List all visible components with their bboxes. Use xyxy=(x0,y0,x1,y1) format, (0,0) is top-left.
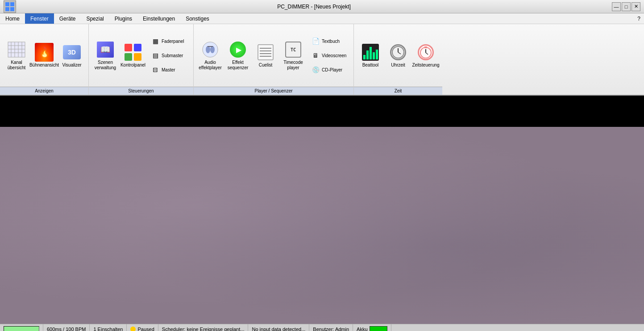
btn-visualizer[interactable]: 3D Visualizer xyxy=(58,31,86,80)
timecode-label: Timecodeplayer xyxy=(283,60,303,71)
svg-rect-12 xyxy=(125,44,132,51)
submaster-label: Submaster xyxy=(162,53,183,58)
group-zeit: Beattool Uhrzeit xyxy=(354,24,442,95)
textbuch-icon: 📄 xyxy=(311,37,320,46)
btn-kanal[interactable]: Kanalübersicht xyxy=(3,31,30,80)
fader-col: ▦ Faderpanel ▤ Submaster ⊟ Master xyxy=(147,32,191,79)
svg-rect-19 xyxy=(208,46,213,47)
btn-textbuch[interactable]: 📄 Textbuch xyxy=(309,34,349,48)
svg-rect-4 xyxy=(8,42,25,57)
btn-timecode[interactable]: TC Timecodeplayer xyxy=(279,31,307,80)
status-scheduler: Scheduler: keine Ereignisse geplant... xyxy=(158,324,249,331)
beattool-label: Beattool xyxy=(362,63,379,68)
statusbar: 600ms / 100 BPM 1 Einschalten Paused Sch… xyxy=(0,324,644,331)
textbuch-label: Textbuch xyxy=(322,39,340,44)
group-player: Audioeffektplayer ▶ Effektsequenzer xyxy=(194,24,354,95)
uhrzeit-icon xyxy=(389,43,407,62)
svg-rect-29 xyxy=(424,46,427,48)
svg-rect-20 xyxy=(258,45,273,60)
btn-cdplayer[interactable]: 💿 CD-Player xyxy=(309,63,349,76)
cdplayer-label: CD-Player xyxy=(322,67,342,72)
group-zeit-label: Zeit xyxy=(354,87,442,95)
cdplayer-icon: 💿 xyxy=(311,65,320,74)
menu-plugins[interactable]: Plugins xyxy=(109,13,137,24)
menu-home[interactable]: Home xyxy=(0,13,25,24)
group-player-label: Player / Sequenzer xyxy=(194,87,353,95)
zeitsteuerung-icon xyxy=(416,43,435,62)
menu-fenster[interactable]: Fenster xyxy=(25,13,54,24)
app-logo xyxy=(4,0,16,13)
btn-uhrzeit[interactable]: Uhrzeit xyxy=(384,31,412,80)
effekt-icon: ▶ xyxy=(229,40,247,59)
maximize-button[interactable]: □ xyxy=(622,2,631,11)
faderpanel-label: Faderpanel xyxy=(162,39,184,44)
status-bpm: 600ms / 100 BPM xyxy=(43,324,90,331)
svg-point-17 xyxy=(206,46,210,53)
svg-rect-13 xyxy=(134,44,141,51)
help-button[interactable]: ? xyxy=(634,13,644,24)
group-steuerungen: 📖 Szenenverwaltung Kontrolpanel xyxy=(89,24,194,95)
timecode-icon: TC xyxy=(284,40,303,59)
status-akku: Akku xyxy=(353,324,391,331)
cuelist-icon xyxy=(256,43,275,62)
progress-bar xyxy=(4,326,39,331)
close-button[interactable]: ✕ xyxy=(632,2,640,11)
btn-zeitsteuerung[interactable]: Zeitsteuerung xyxy=(412,31,440,80)
workspace xyxy=(0,127,644,324)
media-col: 📄 Textbuch 🖥 Videoscreen 💿 CD-Player xyxy=(307,32,351,79)
group-anzeigen: Kanalübersicht 🔥 Bühnenansicht 3D Visual… xyxy=(0,24,89,95)
battery-indicator xyxy=(370,326,387,331)
titlebar: PC_DIMMER - [Neues Projekt] — □ ✕ xyxy=(0,0,644,13)
visualizer-icon: 3D xyxy=(62,43,81,62)
beattool-icon xyxy=(361,43,380,62)
zeitsteuerung-label: Zeitsteuerung xyxy=(412,63,439,68)
svg-rect-3 xyxy=(10,7,14,11)
submaster-icon: ▤ xyxy=(151,51,160,60)
menu-spezial[interactable]: Spezial xyxy=(81,13,109,24)
buehne-icon: 🔥 xyxy=(35,43,54,62)
audio-label: Audioeffektplayer xyxy=(199,60,222,71)
btn-faderpanel[interactable]: ▦ Faderpanel xyxy=(149,34,189,48)
effekt-label: Effektsequenzer xyxy=(228,60,249,71)
svg-point-18 xyxy=(210,46,215,53)
btn-buehne[interactable]: 🔥 Bühnenansicht xyxy=(30,31,58,80)
svg-rect-0 xyxy=(5,2,9,6)
kontrol-label: Kontrolpanel xyxy=(120,63,145,68)
btn-master[interactable]: ⊟ Master xyxy=(149,63,189,76)
window-title: PC_DIMMER - [Neues Projekt] xyxy=(16,4,612,10)
logo-icon xyxy=(4,0,16,13)
group-steuerungen-label: Steuerungen xyxy=(89,87,193,95)
szenen-icon: 📖 xyxy=(96,40,115,59)
menubar: Home Fenster Geräte Spezial Plugins Eins… xyxy=(0,13,644,24)
group-anzeigen-label: Anzeigen xyxy=(0,87,88,95)
menu-geraete[interactable]: Geräte xyxy=(54,13,81,24)
status-paused: Paused xyxy=(127,324,158,331)
svg-rect-2 xyxy=(5,7,9,11)
btn-cuelist[interactable]: Cuelist xyxy=(252,31,279,80)
visualizer-label: Visualizer xyxy=(62,63,81,68)
minimize-button[interactable]: — xyxy=(612,2,621,11)
toolbar: Kanalübersicht 🔥 Bühnenansicht 3D Visual… xyxy=(0,24,644,96)
faderpanel-icon: ▦ xyxy=(151,37,160,46)
btn-effekt[interactable]: ▶ Effektsequenzer xyxy=(224,31,252,80)
kanal-icon xyxy=(7,40,26,59)
btn-szenen[interactable]: 📖 Szenenverwaltung xyxy=(91,31,119,80)
btn-kontrol[interactable]: Kontrolpanel xyxy=(119,31,147,80)
cuelist-label: Cuelist xyxy=(259,63,273,68)
svg-rect-15 xyxy=(134,53,141,61)
svg-rect-14 xyxy=(125,53,132,61)
menu-einstellungen[interactable]: Einstellungen xyxy=(137,13,180,24)
videoscreen-label: Videoscreen xyxy=(322,53,346,58)
szenen-label: Szenenverwaltung xyxy=(95,60,116,71)
menu-sonstiges[interactable]: Sonstiges xyxy=(180,13,215,24)
status-led xyxy=(130,327,136,331)
btn-beattool[interactable]: Beattool xyxy=(357,31,384,80)
audio-icon xyxy=(201,40,220,59)
btn-videoscreen[interactable]: 🖥 Videoscreen xyxy=(309,49,349,62)
kanal-label: Kanalübersicht xyxy=(8,60,26,71)
status-einschalten: 1 Einschalten xyxy=(90,324,127,331)
svg-rect-1 xyxy=(10,2,14,6)
videoscreen-icon: 🖥 xyxy=(311,51,320,60)
btn-submaster[interactable]: ▤ Submaster xyxy=(149,49,189,62)
btn-audio[interactable]: Audioeffektplayer xyxy=(196,31,224,80)
